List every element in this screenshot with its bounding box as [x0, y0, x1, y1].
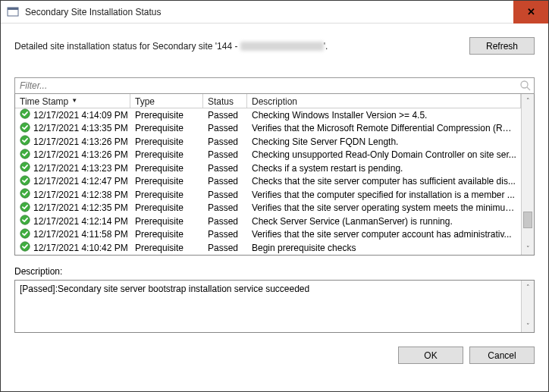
- close-button[interactable]: ✕: [513, 1, 548, 24]
- cell-type: Prerequisite: [130, 136, 203, 147]
- cell-status: Passed: [203, 123, 247, 133]
- cell-timestamp: 12/17/2021 4:11:58 PM: [15, 228, 130, 241]
- window-title: Secondary Site Installation Status: [25, 7, 513, 17]
- cell-type: Prerequisite: [130, 202, 203, 213]
- cell-type: Prerequisite: [130, 243, 203, 253]
- table-row[interactable]: 12/17/2021 4:12:47 PMPrerequisitePassedC…: [15, 175, 521, 189]
- check-icon: [20, 188, 30, 201]
- cell-type: Prerequisite: [130, 216, 203, 227]
- table-row[interactable]: 12/17/2021 4:11:58 PMPrerequisitePassedV…: [15, 228, 521, 242]
- scroll-up-icon[interactable]: ˄: [522, 94, 534, 107]
- table-row[interactable]: 12/17/2021 4:13:35 PMPrerequisitePassedV…: [15, 122, 521, 136]
- table-row[interactable]: 12/17/2021 4:13:23 PMPrerequisitePassedC…: [15, 162, 521, 175]
- search-icon: [519, 80, 532, 92]
- refresh-button[interactable]: Refresh: [469, 37, 535, 55]
- cell-timestamp: 12/17/2021 4:13:26 PM: [15, 135, 130, 148]
- cell-description: Verifies that the site server computer a…: [247, 229, 521, 240]
- check-icon: [20, 108, 30, 121]
- cell-timestamp: 12/17/2021 4:13:26 PM: [15, 149, 130, 162]
- filter-input[interactable]: [14, 77, 535, 94]
- cell-type: Prerequisite: [130, 149, 203, 160]
- close-icon: ✕: [527, 6, 535, 17]
- detail-prefix: Detailed site installation status for Se…: [14, 41, 240, 52]
- description-label: Description:: [14, 266, 535, 277]
- ok-button[interactable]: OK: [398, 347, 463, 364]
- cell-type: Prerequisite: [130, 110, 203, 121]
- cell-timestamp: 12/17/2021 4:12:14 PM: [15, 215, 130, 227]
- cell-type: Prerequisite: [130, 123, 203, 133]
- scroll-down-icon[interactable]: ˅: [522, 319, 534, 332]
- column-header-timestamp[interactable]: Time Stamp ▼: [15, 94, 130, 108]
- cell-description: Checks that the site server computer has…: [247, 176, 521, 187]
- table-row[interactable]: 12/17/2021 4:10:42 PMPrerequisitePassedB…: [15, 241, 521, 255]
- cell-status: Passed: [203, 110, 247, 121]
- cell-type: Prerequisite: [130, 229, 203, 240]
- cell-description: Check Server Service (LanmanServer) is r…: [247, 216, 521, 227]
- check-icon: [20, 162, 30, 174]
- cell-status: Passed: [203, 202, 247, 213]
- cell-status: Passed: [203, 190, 247, 200]
- cell-status: Passed: [203, 149, 247, 160]
- cell-timestamp: 12/17/2021 4:12:38 PM: [15, 188, 130, 201]
- app-icon: [7, 6, 19, 18]
- check-icon: [20, 149, 30, 162]
- cell-timestamp: 12/17/2021 4:12:47 PM: [15, 175, 130, 188]
- table-row[interactable]: 12/17/2021 4:13:26 PMPrerequisitePassedC…: [15, 149, 521, 162]
- sort-desc-icon: ▼: [71, 97, 77, 104]
- status-grid: Time Stamp ▼ Type Status Description 12/…: [14, 94, 535, 256]
- cell-status: Passed: [203, 243, 247, 253]
- cell-description: Verifies that the computer specified for…: [247, 190, 521, 200]
- table-row[interactable]: 12/17/2021 4:13:26 PMPrerequisitePassedC…: [15, 135, 521, 149]
- cell-timestamp: 12/17/2021 4:10:42 PM: [15, 241, 130, 254]
- table-row[interactable]: 12/17/2021 4:12:14 PMPrerequisitePassedC…: [15, 215, 521, 228]
- svg-point-2: [521, 81, 528, 88]
- cell-type: Prerequisite: [130, 190, 203, 200]
- cell-timestamp: 12/17/2021 4:13:35 PM: [15, 122, 130, 135]
- cell-status: Passed: [203, 216, 247, 227]
- grid-body[interactable]: 12/17/2021 4:14:09 PMPrerequisitePassedC…: [15, 108, 521, 255]
- check-icon: [20, 215, 30, 227]
- check-icon: [20, 241, 30, 254]
- cell-description: Checking unsupported Read-Only Domain Co…: [247, 149, 521, 160]
- check-icon: [20, 228, 30, 241]
- cell-description: Begin prerequisite checks: [247, 243, 521, 253]
- cell-status: Passed: [203, 176, 247, 187]
- cell-description: Checks if a system restart is pending.: [247, 163, 521, 174]
- cell-description: Checking Site Server FQDN Length.: [247, 136, 521, 147]
- check-icon: [20, 122, 30, 135]
- check-icon: [20, 135, 30, 148]
- grid-header: Time Stamp ▼ Type Status Description: [15, 94, 521, 108]
- cell-description: Checking Windows Installer Version >= 4.…: [247, 110, 521, 121]
- scroll-thumb[interactable]: [523, 212, 532, 228]
- cell-status: Passed: [203, 163, 247, 174]
- cell-timestamp: 12/17/2021 4:12:35 PM: [15, 202, 130, 215]
- description-box[interactable]: [Passed]:Secondary site server bootstrap…: [15, 281, 521, 332]
- cell-timestamp: 12/17/2021 4:14:09 PM: [15, 108, 130, 121]
- table-row[interactable]: 12/17/2021 4:14:09 PMPrerequisitePassedC…: [15, 108, 521, 122]
- redacted-name: [240, 42, 324, 51]
- svg-line-3: [527, 87, 530, 90]
- svg-rect-1: [8, 8, 18, 10]
- cell-type: Prerequisite: [130, 176, 203, 187]
- scroll-track[interactable]: [522, 107, 534, 242]
- grid-scrollbar[interactable]: ˄ ˅: [521, 94, 534, 255]
- cell-status: Passed: [203, 229, 247, 240]
- cell-description: Verifies that the Microsoft Remote Diffe…: [247, 123, 521, 133]
- table-row[interactable]: 12/17/2021 4:12:35 PMPrerequisitePassedV…: [15, 202, 521, 215]
- scroll-up-icon[interactable]: ˄: [522, 281, 534, 293]
- scroll-track[interactable]: [522, 293, 534, 319]
- titlebar: Secondary Site Installation Status ✕: [1, 1, 548, 24]
- cell-type: Prerequisite: [130, 163, 203, 174]
- cell-timestamp: 12/17/2021 4:13:23 PM: [15, 162, 130, 174]
- cancel-button[interactable]: Cancel: [469, 347, 535, 364]
- cell-description: Verifies that the site server operating …: [247, 202, 521, 213]
- check-icon: [20, 202, 30, 215]
- column-header-type[interactable]: Type: [130, 94, 203, 108]
- detail-text: Detailed site installation status for Se…: [14, 41, 469, 52]
- check-icon: [20, 175, 30, 188]
- scroll-down-icon[interactable]: ˅: [522, 242, 534, 255]
- column-header-status[interactable]: Status: [203, 94, 247, 108]
- description-scrollbar[interactable]: ˄ ˅: [521, 281, 534, 332]
- column-header-description[interactable]: Description: [247, 94, 521, 108]
- table-row[interactable]: 12/17/2021 4:12:38 PMPrerequisitePassedV…: [15, 188, 521, 202]
